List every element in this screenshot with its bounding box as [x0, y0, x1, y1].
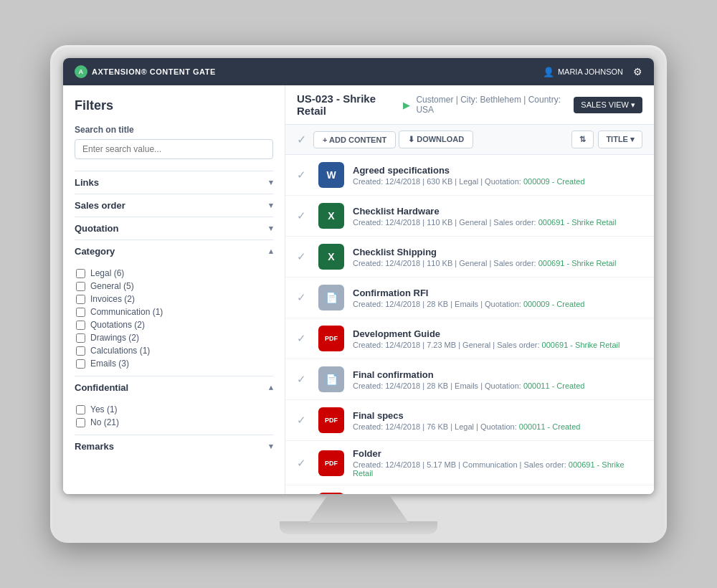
filter-option-no[interactable]: No (21)	[76, 416, 273, 429]
item-info: Agreed specifications Created: 12/4/2018…	[353, 165, 642, 186]
sales-view-button[interactable]: SALES VIEW ▾	[574, 97, 642, 113]
item-link[interactable]: 000009 - Created	[523, 300, 585, 308]
item-info: Final confirmation Created: 12/4/2018 | …	[353, 369, 642, 390]
checkbox-invoices[interactable]	[76, 295, 85, 304]
list-item: ✓ X Checklist Shipping Created: 12/4/201…	[285, 237, 654, 278]
item-type-icon: 📄	[318, 366, 344, 392]
filter-option-general[interactable]: General (5)	[76, 280, 273, 293]
item-type-icon: X	[318, 244, 344, 270]
checkbox-general[interactable]	[76, 282, 85, 291]
title-sort-button[interactable]: TITLE ▾	[598, 131, 642, 148]
filter-category-header[interactable]: Category ▴	[75, 240, 273, 262]
item-check-icon[interactable]: ✓	[297, 169, 310, 181]
filter-quotation-header[interactable]: Quotation ▾	[75, 217, 273, 240]
filter-option-yes[interactable]: Yes (1)	[76, 403, 273, 416]
topbar-right: 👤 MARIA JOHNSON ⚙	[543, 66, 642, 77]
item-info: Folder Created: 12/4/2018 | 5.17 MB | Co…	[353, 448, 642, 478]
monitor-base	[280, 521, 437, 534]
item-check-icon[interactable]: ✓	[297, 209, 310, 222]
item-meta: Created: 12/4/2018 | 110 KB | General | …	[353, 259, 642, 267]
item-link[interactable]: 000009 - Created	[523, 177, 585, 186]
list-item: ✓ PDF Final specs Created: 12/4/2018 | 7…	[285, 400, 654, 441]
checkbox-legal[interactable]	[76, 269, 85, 278]
item-name: Folder	[353, 448, 642, 459]
add-content-button[interactable]: + ADD CONTENT	[313, 131, 396, 148]
settings-icon[interactable]: ⚙	[633, 66, 642, 77]
search-label: Search on title	[75, 125, 273, 135]
list-item: ✓ PDF Initial specifications Created: 12…	[285, 485, 654, 494]
monitor-stand	[308, 494, 409, 523]
toolbar: ✓ + ADD CONTENT ⬇ DOWNLOAD ⇅ TITLE ▾	[285, 125, 654, 155]
item-name: Confirmation RFI	[353, 288, 642, 298]
item-link[interactable]: 000691 - Shrike Retail	[538, 218, 617, 227]
search-input[interactable]	[75, 139, 273, 159]
chevron-up-icon: ▴	[269, 247, 273, 256]
page-title-area: US-023 - Shrike Retail ▶ Customer | City…	[297, 93, 565, 117]
item-link[interactable]: 000691 - Shrike Retail	[538, 259, 617, 267]
check-all-icon[interactable]: ✓	[297, 133, 306, 146]
item-name: Agreed specifications	[353, 165, 642, 176]
item-type-icon: PDF	[318, 493, 344, 494]
sidebar-title: Filters	[75, 98, 273, 113]
content-area: US-023 - Shrike Retail ▶ Customer | City…	[285, 85, 654, 494]
content-header: US-023 - Shrike Retail ▶ Customer | City…	[285, 85, 654, 125]
item-check-icon[interactable]: ✓	[297, 414, 310, 427]
item-info: Confirmation RFI Created: 12/4/2018 | 28…	[353, 288, 642, 308]
item-meta: Created: 12/4/2018 | 110 KB | General | …	[353, 218, 642, 227]
list-item: ✓ 📄 Final confirmation Created: 12/4/201…	[285, 359, 654, 400]
item-meta: Created: 12/4/2018 | 7.23 MB | General |…	[353, 341, 642, 349]
checkbox-no[interactable]	[76, 418, 85, 427]
user-name: MARIA JOHNSON	[558, 67, 623, 76]
filter-option-calculations[interactable]: Calculations (1)	[76, 344, 273, 357]
filter-sales-order-header[interactable]: Sales order ▾	[75, 194, 273, 217]
item-name: Development Guide	[353, 328, 642, 339]
item-check-icon[interactable]: ✓	[297, 457, 310, 470]
item-meta: Created: 12/4/2018 | 28 KB | Emails | Qu…	[353, 300, 642, 308]
checkbox-drawings[interactable]	[76, 333, 85, 343]
filter-confidential-header[interactable]: Confidential ▴	[75, 376, 273, 399]
item-meta: Created: 12/4/2018 | 76 KB | Legal | Quo…	[353, 422, 642, 431]
confidential-options: Yes (1) No (21)	[75, 399, 273, 435]
checkbox-calculations[interactable]	[76, 346, 85, 356]
filter-option-invoices[interactable]: Invoices (2)	[76, 293, 273, 305]
item-name: Checklist Shipping	[353, 247, 642, 257]
checkbox-yes[interactable]	[76, 405, 85, 414]
filter-option-drawings[interactable]: Drawings (2)	[76, 331, 273, 344]
item-meta: Created: 12/4/2018 | 5.17 MB | Communica…	[353, 460, 642, 478]
item-check-icon[interactable]: ✓	[297, 291, 310, 304]
item-info: Development Guide Created: 12/4/2018 | 7…	[353, 328, 642, 349]
monitor-shell: A AXTENSION® CONTENT GATE 👤 MARIA JOHNSO…	[50, 45, 667, 543]
list-item: ✓ X Checklist Hardware Created: 12/4/201…	[285, 196, 654, 237]
sidebar: Filters Search on title Links ▾ Sales or…	[63, 85, 285, 494]
checkbox-communication[interactable]	[76, 308, 85, 317]
item-meta: Created: 12/4/2018 | 630 KB | Legal | Qu…	[353, 177, 642, 186]
checkbox-quotations[interactable]	[76, 321, 85, 330]
sort-icon: ⇅	[579, 135, 586, 144]
item-link[interactable]: 000691 - Shrike Retail	[542, 341, 620, 349]
checkbox-emails[interactable]	[76, 359, 85, 369]
page-title-meta: Customer | City: Bethlehem | Country: US…	[416, 95, 565, 115]
item-link[interactable]: 000011 - Created	[519, 422, 581, 431]
brand-icon: A	[75, 65, 87, 78]
filter-option-communication[interactable]: Communication (1)	[76, 305, 273, 318]
user-icon: 👤	[543, 67, 554, 77]
filter-option-legal[interactable]: Legal (6)	[76, 267, 273, 280]
filter-option-quotations[interactable]: Quotations (2)	[76, 318, 273, 331]
filter-option-emails[interactable]: Emails (3)	[76, 357, 273, 370]
filter-remarks-header[interactable]: Remarks ▾	[75, 435, 273, 457]
item-info: Checklist Hardware Created: 12/4/2018 | …	[353, 206, 642, 227]
item-info: Final specs Created: 12/4/2018 | 76 KB |…	[353, 410, 642, 431]
download-button[interactable]: ⬇ DOWNLOAD	[399, 131, 473, 148]
item-type-icon: 📄	[318, 285, 344, 310]
item-link[interactable]: 000011 - Created	[523, 381, 585, 390]
item-check-icon[interactable]: ✓	[297, 250, 310, 263]
item-check-icon[interactable]: ✓	[297, 332, 310, 345]
search-filter-section: Search on title	[75, 125, 273, 168]
brand-area: A AXTENSION® CONTENT GATE	[75, 65, 216, 78]
chevron-down-icon: ▾	[269, 178, 273, 187]
screen: A AXTENSION® CONTENT GATE 👤 MARIA JOHNSO…	[63, 58, 654, 494]
filter-links-header[interactable]: Links ▾	[75, 171, 273, 194]
list-item: ✓ PDF Folder Created: 12/4/2018 | 5.17 M…	[285, 441, 654, 485]
item-check-icon[interactable]: ✓	[297, 373, 310, 386]
sort-button[interactable]: ⇅	[571, 131, 594, 148]
